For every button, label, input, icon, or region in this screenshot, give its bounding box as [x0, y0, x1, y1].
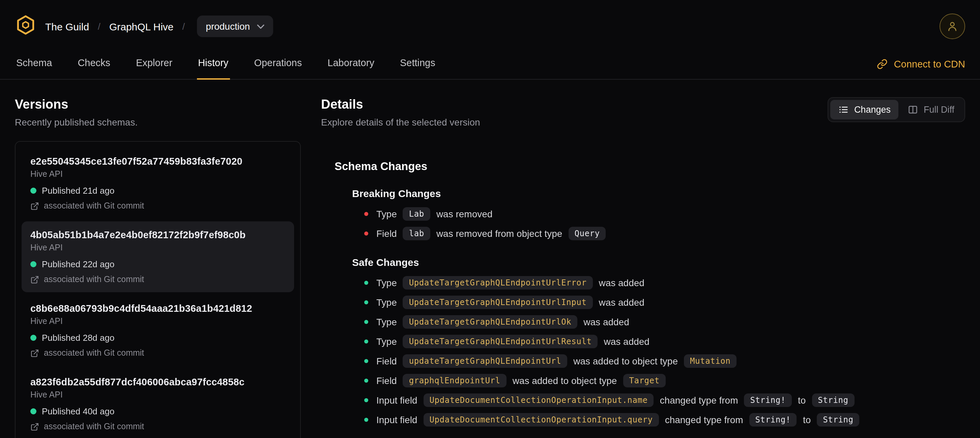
change-text: was removed	[436, 209, 493, 219]
change-item: TypeUpdateTargetGraphQLEndpointUrlErrorw…	[364, 275, 965, 291]
breadcrumb-separator: /	[183, 21, 185, 32]
user-avatar-button[interactable]	[940, 13, 965, 39]
version-service-name: Hive API	[30, 169, 285, 179]
change-text: Type	[376, 277, 397, 288]
git-commit-label: associated with Git commit	[44, 201, 144, 210]
change-text: was added to object type	[512, 375, 617, 386]
schema-coordinate-chip[interactable]: Mutation	[684, 354, 737, 368]
change-text: Type	[376, 209, 397, 219]
schema-coordinate-chip[interactable]: UpdateTargetGraphQLEndpointUrlError	[403, 276, 593, 290]
git-commit-label: associated with Git commit	[44, 348, 144, 358]
version-hash: 4b05ab51b1b4a7e2e4b0ef82172f2b9f7ef98c0b	[30, 229, 285, 240]
change-section-title: Breaking Changes	[352, 188, 965, 199]
version-git-association: associated with Git commit	[30, 422, 285, 431]
published-dot-icon	[30, 188, 37, 194]
schema-changes-title: Schema Changes	[334, 160, 965, 173]
main-nav: SchemaChecksExplorerHistoryOperationsLab…	[0, 49, 980, 80]
change-bullet-icon	[364, 398, 368, 402]
tab-history[interactable]: History	[197, 49, 230, 79]
tab-schema[interactable]: Schema	[15, 49, 53, 79]
change-text: changed type from	[660, 395, 738, 406]
change-sections: Breaking ChangesTypeLabwas removedFieldl…	[321, 188, 965, 428]
breadcrumb-org[interactable]: The Guild	[45, 21, 89, 32]
change-list: TypeLabwas removedFieldlabwas removed fr…	[364, 206, 965, 242]
published-label: Published 40d ago	[42, 406, 115, 416]
change-item: TypeUpdateTargetGraphQLEndpointUrlInputw…	[364, 294, 965, 311]
published-dot-icon	[30, 408, 37, 414]
nav-tabs: SchemaChecksExplorerHistoryOperationsLab…	[15, 49, 437, 79]
schema-coordinate-chip[interactable]: Target	[623, 374, 665, 387]
schema-coordinate-chip[interactable]: UpdateTargetGraphQLEndpointUrlResult	[403, 335, 598, 348]
version-status: Published 22d ago	[30, 259, 285, 269]
schema-coordinate-chip[interactable]: updateTargetGraphQLEndpointUrl	[403, 354, 568, 368]
change-list: TypeUpdateTargetGraphQLEndpointUrlErrorw…	[364, 275, 965, 428]
version-status: Published 40d ago	[30, 406, 285, 416]
breadcrumb: The Guild / GraphQL Hive / production	[0, 0, 980, 49]
change-text: Field	[376, 375, 397, 386]
change-bullet-icon	[364, 320, 368, 324]
change-item: TypeUpdateTargetGraphQLEndpointUrlOkwas …	[364, 314, 965, 330]
versions-panel: Versions Recently published schemas. e2e…	[15, 97, 301, 438]
version-card[interactable]: 4b05ab51b1b4a7e2e4b0ef82172f2b9f7ef98c0b…	[22, 221, 294, 292]
schema-coordinate-chip[interactable]: UpdateDocumentCollectionOperationInput.n…	[423, 393, 654, 407]
tab-explorer[interactable]: Explorer	[135, 49, 174, 79]
breadcrumb-project[interactable]: GraphQL Hive	[109, 21, 174, 32]
schema-coordinate-chip: String!	[749, 413, 797, 427]
git-commit-icon	[30, 275, 39, 284]
app-root: The Guild / GraphQL Hive / production Sc…	[0, 0, 980, 438]
view-toggle-full-diff[interactable]: Full Diff	[900, 100, 963, 119]
change-text: was added	[584, 317, 629, 327]
tab-operations[interactable]: Operations	[253, 49, 303, 79]
change-text: was added	[598, 277, 644, 288]
schema-coordinate-chip: String!	[744, 393, 792, 407]
change-text: changed type from	[665, 414, 743, 425]
toggle-label: Changes	[854, 105, 891, 115]
version-service-name: Hive API	[30, 317, 285, 326]
change-text: Field	[376, 356, 397, 366]
change-text: Input field	[376, 395, 417, 406]
change-text: Type	[376, 297, 397, 308]
connect-cdn-link[interactable]: Connect to CDN	[877, 58, 965, 69]
change-bullet-icon	[364, 359, 368, 363]
version-hash: c8b6e88a06793b9c4dfd54aaa21b36a1b421d812	[30, 303, 285, 314]
link-icon	[877, 58, 888, 69]
published-label: Published 22d ago	[42, 259, 115, 269]
version-card[interactable]: c8b6e88a06793b9c4dfd54aaa21b36a1b421d812…	[22, 295, 294, 366]
schema-coordinate-chip[interactable]: UpdateTargetGraphQLEndpointUrlInput	[403, 296, 593, 309]
version-list: e2e55045345ce13fe07f52a77459b83fa3fe7020…	[15, 141, 301, 438]
git-commit-icon	[30, 201, 39, 210]
version-git-association: associated with Git commit	[30, 348, 285, 358]
schema-coordinate-chip: Query	[568, 227, 606, 240]
schema-coordinate-chip: String	[812, 393, 854, 407]
view-toggle-changes[interactable]: Changes	[830, 100, 899, 119]
version-status: Published 28d ago	[30, 333, 285, 343]
change-item: TypeUpdateTargetGraphQLEndpointUrlResult…	[364, 333, 965, 350]
schema-coordinate-chip: Lab	[403, 207, 430, 221]
schema-coordinate-chip[interactable]: graphqlEndpointUrl	[403, 374, 506, 387]
tab-laboratory[interactable]: Laboratory	[326, 49, 375, 79]
section-safe-changes: Safe ChangesTypeUpdateTargetGraphQLEndpo…	[352, 256, 965, 428]
change-text: was added	[598, 297, 644, 308]
details-title: Details	[321, 97, 480, 112]
change-bullet-icon	[364, 212, 368, 216]
schema-coordinate-chip[interactable]: UpdateTargetGraphQLEndpointUrlOk	[403, 315, 578, 329]
version-card[interactable]: e2e55045345ce13fe07f52a77459b83fa3fe7020…	[22, 148, 294, 219]
main-content: Versions Recently published schemas. e2e…	[0, 80, 980, 438]
target-selector-value: production	[206, 21, 250, 32]
tab-checks[interactable]: Checks	[76, 49, 111, 79]
git-commit-label: associated with Git commit	[44, 422, 144, 431]
schema-coordinate-chip[interactable]: UpdateDocumentCollectionOperationInput.q…	[423, 413, 659, 427]
view-toggle: ChangesFull Diff	[828, 97, 965, 122]
schema-coordinate-chip: lab	[403, 227, 430, 240]
tab-settings[interactable]: Settings	[399, 49, 437, 79]
hive-logo-icon[interactable]	[15, 14, 37, 38]
git-commit-label: associated with Git commit	[44, 275, 144, 284]
target-selector[interactable]: production	[197, 16, 273, 37]
version-git-association: associated with Git commit	[30, 201, 285, 210]
split-view-icon	[908, 105, 918, 115]
change-text: to	[798, 395, 806, 406]
version-card[interactable]: a823f6db2a55df877dcf406006abca97fcc4858c…	[22, 368, 294, 438]
versions-subtitle: Recently published schemas.	[15, 117, 301, 127]
change-bullet-icon	[364, 379, 368, 383]
versions-title: Versions	[15, 97, 301, 112]
